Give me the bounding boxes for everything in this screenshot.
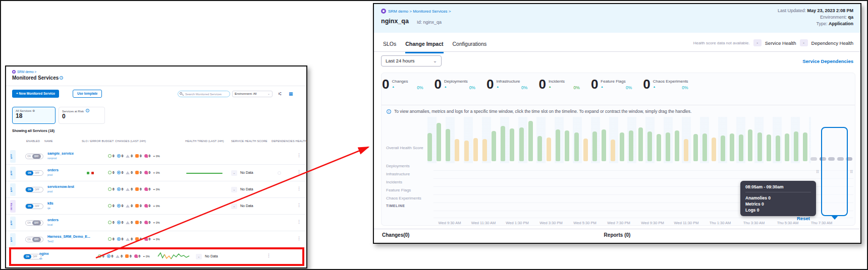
health-score-bar[interactable] [702,133,707,161]
tab-slos[interactable]: SLOs [383,41,396,52]
service-name-link[interactable]: orders [47,168,59,172]
enable-toggle[interactable]: ONOFF [25,220,43,226]
table-row[interactable]: APPONOFFHarness_SRM_Demo_E...Test200000▲… [6,231,306,248]
service-env: qa [47,207,50,210]
health-score-bar[interactable] [785,133,789,161]
health-score-bar[interactable] [620,132,624,161]
table-row[interactable]: APPONOFFordersprod00000▲ 0%-No Data⋮ [6,165,306,181]
all-services-card[interactable]: All Services ⚙ 18 [12,107,56,124]
health-score-bar[interactable] [455,139,459,161]
feature-flags-icon [135,204,139,208]
changes-section-header[interactable]: Changes(0) [382,232,409,238]
table-row[interactable]: APPONOFForderslocal00000▲ 0%⋮ [6,215,306,231]
health-score-bar[interactable] [684,139,688,161]
dependency-graph-icon[interactable]: ⑆ [279,91,281,97]
health-score-bar[interactable] [611,140,615,161]
tab-configurations[interactable]: Configurations [453,41,487,52]
health-score-bar[interactable] [739,134,743,161]
time-window-selection[interactable]: ⠿ ⠿ [821,127,848,216]
enable-toggle[interactable]: ONOFF [23,254,41,259]
health-score-bar[interactable] [482,139,487,161]
service-name-link[interactable]: orders [47,218,59,222]
health-score-bar[interactable] [721,136,725,161]
service-name-link[interactable]: servicenow-test [47,185,74,188]
table-row[interactable]: APPONOFFservicenow-testprod00000▲ 0%-No … [6,181,306,198]
health-score-bar[interactable] [657,134,661,161]
health-score-bar[interactable] [794,131,798,161]
health-score-bar[interactable] [638,127,643,161]
health-score-bar[interactable] [583,139,588,161]
row-menu-icon[interactable]: ⋮ [297,169,301,174]
service-name-link[interactable]: sample_service [47,152,74,155]
health-score-bar[interactable] [547,138,551,161]
reports-section-header[interactable]: Reports (0) [374,232,860,238]
row-menu-icon[interactable]: ⋮ [266,253,271,258]
services-at-risk-card[interactable]: Services at Risk i 0 [59,107,105,124]
enable-toggle[interactable]: ONOFF [25,170,43,176]
health-score-bar[interactable] [592,131,597,161]
grid-view-icon[interactable]: ▦ [289,91,293,97]
health-score-bar[interactable] [767,134,771,161]
enable-toggle[interactable]: ONOFF [25,237,43,242]
health-score-bar[interactable] [693,134,698,161]
gear-icon: ⚙ [32,109,35,112]
health-score-bar[interactable] [629,130,633,161]
service-id: Id: nginx_qa [417,20,442,25]
service-dependencies-link[interactable]: Service Dependencies [802,58,853,64]
health-score-bar[interactable] [537,136,542,161]
service-name-link[interactable]: Harness_SRM_Demo_E... [47,235,90,238]
row-menu-icon[interactable]: ⋮ [297,236,301,241]
health-score-bar[interactable] [519,127,524,161]
tab-change-impact[interactable]: Change Impact [405,41,443,53]
environment-filter[interactable]: Environment: All⌄ [232,91,273,97]
slo-indicator [87,172,89,174]
detail-breadcrumb[interactable]: SRM demo > Monitored Services > [381,9,451,14]
health-score-bar[interactable] [437,123,441,161]
row-menu-icon[interactable]: ⋮ [297,202,301,208]
health-score-bar[interactable] [565,130,569,161]
enable-toggle[interactable]: ONOFF [25,154,43,159]
use-template-button[interactable]: Use template [73,90,102,98]
health-score-bar[interactable] [675,130,679,161]
enable-toggle[interactable]: ONOFF [25,187,43,192]
new-monitored-service-button[interactable]: + New Monitored Service [12,90,59,98]
health-score-bar[interactable] [666,132,670,161]
row-menu-icon[interactable]: ⋮ [297,219,301,224]
health-score-bar[interactable] [776,136,780,161]
service-name-link[interactable]: nginx [39,252,49,255]
health-score-bar[interactable] [803,132,807,161]
breadcrumb[interactable]: SRM demo > [12,70,36,74]
drag-handle-right-icon[interactable]: ⠿ [850,170,853,174]
breadcrumb-text[interactable]: SRM demo > [17,70,36,74]
chart-row-label: Overall Health Score [386,145,426,151]
health-score-bar[interactable] [501,126,505,161]
health-score-bars[interactable] [427,119,808,161]
health-score-bar[interactable] [730,133,734,161]
health-score-bar[interactable] [473,138,478,161]
changes-counts: 00000▲ 0% [108,204,160,208]
drag-handle-left-icon[interactable]: ⠿ [816,170,819,174]
search-input[interactable] [178,91,230,97]
row-menu-icon[interactable]: ⋮ [297,186,301,191]
health-score-bar[interactable] [556,129,560,161]
service-name-link[interactable]: k8s [47,201,53,205]
health-score-bar[interactable] [427,133,432,161]
enable-toggle[interactable]: ONOFF [25,204,43,209]
health-score-bar[interactable] [492,131,496,161]
health-score-bar[interactable] [574,132,579,161]
health-score-bar[interactable] [446,129,450,161]
health-score-bar[interactable] [464,141,469,161]
time-range-select[interactable]: Last 24 hours⌄ [381,55,442,66]
row-menu-icon[interactable]: ⋮ [297,153,301,158]
table-row[interactable]: INFRAONOFFk8sqa00000▲ 0%-No Data⋮ [6,198,306,215]
health-score-bar[interactable] [757,132,762,161]
health-score-bar[interactable] [528,121,533,161]
table-row-nginx[interactable]: ONOFFnginxqa00000▲ 0%-No Data⋮ [11,249,302,264]
health-score-bar[interactable] [712,138,716,161]
table-row[interactable]: APPONOFFsample_servicenonprod00000▲ 0%⋮ [6,148,306,165]
health-score-bar[interactable] [602,129,606,161]
health-score-bar[interactable] [748,129,752,161]
health-score-bar[interactable] [510,128,514,161]
column-header: SERVICE HEALTH SCORE [231,140,267,143]
health-score-bar[interactable] [647,131,652,161]
